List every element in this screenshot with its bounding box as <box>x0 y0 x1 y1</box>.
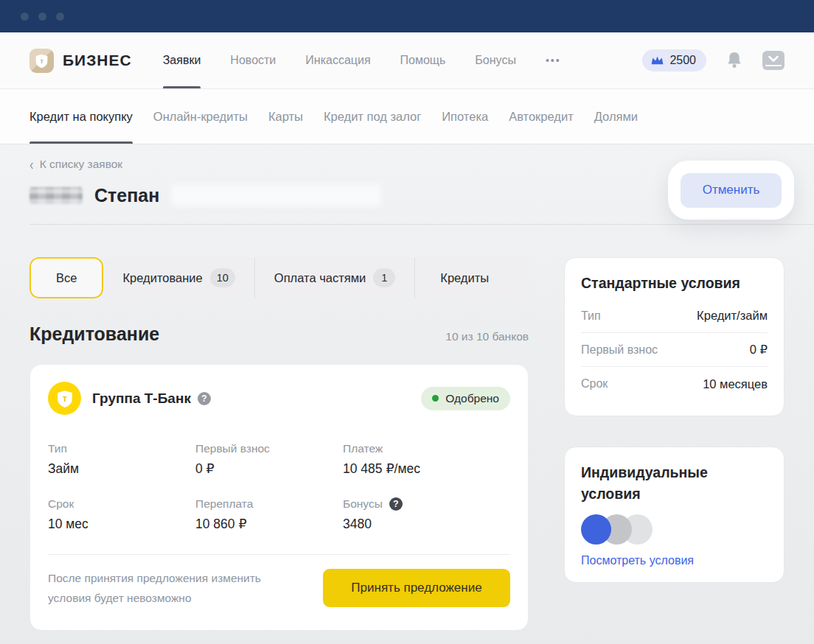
condition-label: Первый взнос <box>581 343 658 357</box>
offer-card-footer: После принятия предложения изменить усло… <box>48 555 510 618</box>
tab-kreditovanie[interactable]: Кредитование 10 <box>103 257 254 298</box>
nav-item-novosti[interactable]: Новости <box>230 32 276 88</box>
title-line: Индивидуальные <box>581 464 708 480</box>
condition-label: Тип <box>581 309 601 323</box>
conditions-rows: Тип Кредит/займ Первый взнос 0 ₽ Срок 10… <box>581 299 768 401</box>
back-link-label: К списку заявок <box>40 158 122 171</box>
individual-conditions-card: Индивидуальные условия Посмотреть услови… <box>564 447 785 583</box>
nav-item-zayavki[interactable]: Заявки <box>163 32 201 88</box>
field-value: 10 860 ₽ <box>195 517 343 532</box>
nav-item-bonusy[interactable]: Бонусы <box>475 32 516 88</box>
offer-card-header: т Группа Т-Банк ? Одобрено <box>48 382 510 415</box>
sidebar: Стандартные условия Тип Кредит/займ Перв… <box>564 257 785 631</box>
nav-item-inkassaciya[interactable]: Инкассация <box>305 32 370 88</box>
tab-label: Кредитование <box>122 271 202 285</box>
nav-more-ellipsis[interactable]: ••• <box>546 32 561 88</box>
svg-text:т: т <box>63 393 67 403</box>
individual-conditions-title: Индивидуальные условия <box>581 462 768 504</box>
brand[interactable]: т БИЗНЕС <box>29 49 132 73</box>
nav-item-pomosch[interactable]: Помощь <box>400 32 446 88</box>
offer-type-tabs: Все Кредитование 10 Оплата частями 1 Кре… <box>29 257 529 298</box>
standard-conditions-title: Стандартные условия <box>581 273 768 293</box>
condition-value: 10 месяцев <box>703 377 768 391</box>
field-value: 0 ₽ <box>195 461 343 477</box>
field-label: Платеж <box>343 442 510 455</box>
field-pervyi-vznos: Первый взнос 0 ₽ <box>195 442 343 477</box>
title-section: Степан Отменить <box>29 178 785 225</box>
bell-icon <box>726 51 743 70</box>
status-dot-icon <box>432 395 439 402</box>
subnav-kredit-pod-zalog[interactable]: Кредит под залог <box>324 89 421 144</box>
window-dot[interactable] <box>56 13 64 21</box>
tab-vse[interactable]: Все <box>29 257 103 298</box>
subnav-kredit-na-pokupku[interactable]: Кредит на покупку <box>29 89 133 144</box>
subnav-ipoteka[interactable]: Ипотека <box>442 89 488 144</box>
page-title: Степан <box>94 185 159 206</box>
title-line: условия <box>581 486 641 502</box>
view-conditions-link[interactable]: Посмотреть условия <box>581 554 694 567</box>
field-platezh: Платеж 10 485 ₽/мес <box>343 442 510 477</box>
subnav-dolyami[interactable]: Долями <box>594 89 638 144</box>
t-bank-logo-icon: т <box>29 49 54 73</box>
main-column: Все Кредитование 10 Оплата частями 1 Кре… <box>29 257 529 631</box>
condition-value: 0 ₽ <box>750 343 768 357</box>
redacted-patronymic <box>171 184 381 206</box>
window-dot[interactable] <box>38 13 46 21</box>
crown-icon <box>650 55 664 66</box>
t-bank-round-logo-icon: т <box>48 382 81 415</box>
header-actions: 2500 <box>642 49 785 71</box>
subnav-avtokredit[interactable]: Автокредит <box>509 89 574 144</box>
condition-row: Срок 10 месяцев <box>581 367 768 401</box>
field-label: Срок <box>48 497 195 511</box>
cancel-button[interactable]: Отменить <box>681 173 782 208</box>
cancel-button-highlight: Отменить <box>668 161 794 220</box>
field-tip: Тип Займ <box>48 442 195 477</box>
secondary-nav: Кредит на покупку Онлайн-кредиты Карты К… <box>0 89 814 144</box>
inbox-chevron-icon <box>762 51 785 70</box>
back-to-applications-link[interactable]: ‹ К списку заявок <box>29 158 122 171</box>
field-label: Первый взнос <box>195 442 343 455</box>
subnav-karty[interactable]: Карты <box>268 89 303 144</box>
tab-count-badge: 1 <box>373 268 395 287</box>
chevron-left-icon: ‹ <box>29 157 34 172</box>
window-dot[interactable] <box>21 13 29 21</box>
bonus-balance-badge[interactable]: 2500 <box>642 49 706 71</box>
bank-help-icon[interactable]: ? <box>198 392 211 405</box>
notifications-button[interactable] <box>726 51 743 70</box>
tab-label: Кредиты <box>440 271 489 285</box>
condition-row: Первый взнос 0 ₽ <box>581 333 768 367</box>
condition-row: Тип Кредит/займ <box>581 299 768 333</box>
primary-nav: Заявки Новости Инкассация Помощь Бонусы … <box>163 32 561 88</box>
accept-offer-button[interactable]: Принять предложение <box>323 569 510 607</box>
inbox-button[interactable] <box>762 51 785 70</box>
field-bonusy: Бонусы ? 3480 <box>343 497 510 532</box>
condition-value: Кредит/займ <box>697 309 768 323</box>
page-content: ‹ К списку заявок Степан Отменить Все Кр… <box>0 144 814 644</box>
bank-name: Группа Т-Банк <box>92 391 191 407</box>
field-value: 3480 <box>343 517 510 532</box>
section-heading-row: Кредитование 10 из 10 банков <box>29 323 529 345</box>
window-titlebar <box>0 0 814 32</box>
bank-circle-icon <box>581 514 611 545</box>
condition-label: Срок <box>581 377 608 391</box>
bank-logos-stack-icon <box>581 514 655 545</box>
field-value: 10 мес <box>48 517 195 532</box>
tab-count-badge: 10 <box>210 268 235 287</box>
field-label: Бонусы <box>343 497 383 511</box>
standard-conditions-card: Стандартные условия Тип Кредит/займ Перв… <box>564 257 785 416</box>
brand-name: БИЗНЕС <box>63 52 132 69</box>
field-srok: Срок 10 мес <box>48 497 195 532</box>
bank-offer-card: т Группа Т-Банк ? Одобрено Тип Займ <box>29 364 529 631</box>
svg-text:т: т <box>40 56 44 64</box>
tab-kredity[interactable]: Кредиты <box>415 257 529 298</box>
subnav-online-kredity[interactable]: Онлайн-кредиты <box>153 89 248 144</box>
tab-label: Все <box>56 271 77 285</box>
field-label: Тип <box>48 442 195 455</box>
tab-oplata-chastyami[interactable]: Оплата частями 1 <box>255 257 415 298</box>
status-badge: Одобрено <box>421 387 510 410</box>
bonus-help-icon[interactable]: ? <box>389 497 403 511</box>
banks-count-meta: 10 из 10 банков <box>445 330 529 343</box>
tab-label: Оплата частями <box>274 271 366 285</box>
field-pereplata: Переплата 10 860 ₽ <box>195 497 343 532</box>
field-label: Переплата <box>195 497 343 511</box>
